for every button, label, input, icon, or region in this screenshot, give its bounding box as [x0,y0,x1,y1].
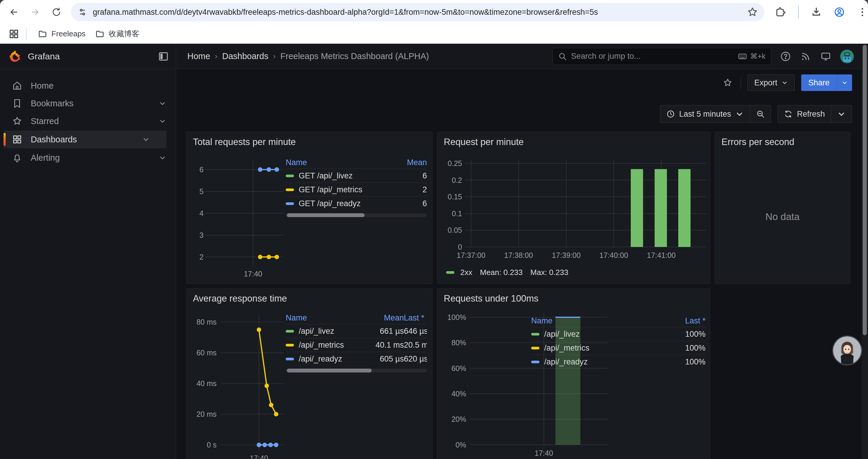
panel-title[interactable]: Total requests per minute [193,137,296,147]
sidebar-item-alerting[interactable]: Alerting [0,149,176,167]
chart-plot[interactable] [221,316,284,451]
user-avatar[interactable] [840,50,854,63]
y-axis-labels: 65432 [191,160,204,267]
scrollbar-thumb[interactable] [863,45,867,335]
site-settings-icon[interactable] [78,7,88,17]
series-name: /api/_metrics [544,343,589,353]
y-tick-label: 0 s [207,441,217,449]
share-button[interactable]: Share [801,74,852,91]
x-tick-label: 17:41:00 [647,251,676,260]
chart-plot[interactable] [465,160,706,247]
export-button[interactable]: Export [747,74,795,91]
sidebar-item-home[interactable]: Home [0,77,176,95]
search-input[interactable]: Search or jump to... ⌘+k [553,48,771,65]
chevron-down-icon[interactable] [159,117,166,125]
panel-title[interactable]: Requests under 100ms [444,293,538,304]
time-range-picker[interactable]: Last 5 minutes [660,105,750,123]
toolbar-divider [798,6,799,19]
chevron-down-icon[interactable] [159,100,166,107]
legend-row[interactable]: /api/_readyz100% [531,355,706,369]
news-rss-icon[interactable] [800,51,811,62]
sidebar-toggle-icon[interactable] [157,51,169,62]
sidebar-item-starred[interactable]: Starred [0,112,176,130]
extensions-icon[interactable] [775,6,786,18]
legend-scrollbar[interactable] [286,369,427,372]
panel-title[interactable]: Request per minute [444,137,524,147]
floating-assistant-avatar[interactable] [833,336,861,364]
chevron-down-icon[interactable] [142,136,150,143]
legend-row[interactable]: GET /api/_livez6 [286,169,427,183]
browser-window: grafana.mathmast.com/d/deytv4rwavabkb/fr… [0,0,868,459]
breadcrumb-home[interactable]: Home [187,52,210,61]
legend-row[interactable]: /api/_livez661 µs646 µs [286,324,427,338]
chevron-down-icon[interactable] [159,154,166,162]
series-name: /api/_livez [544,330,580,339]
y-tick-label: 40 ms [196,379,217,388]
y-tick-label: 60% [452,364,466,372]
bookmark-folder-blogs[interactable]: 收藏博客 [90,26,144,41]
x-tick-label: 17:40 [250,454,268,459]
refresh-interval-button[interactable] [831,105,852,123]
legend-column-header[interactable]: Mean [392,158,427,167]
legend-row[interactable]: GET /api/_metrics2 [286,183,427,196]
chart-plot[interactable] [205,160,284,267]
refresh-button[interactable]: Refresh [778,105,831,123]
breadcrumb-separator: › [215,52,217,61]
series-name[interactable]: 2xx [460,268,472,277]
profile-icon[interactable] [834,6,845,18]
y-tick-label: 0 [458,243,462,251]
x-tick-label: 17:37:00 [457,251,486,260]
reload-button[interactable] [50,5,63,19]
series-max: Max: 0.233 [530,268,568,277]
panel-title[interactable]: Average response time [193,293,287,304]
legend-row[interactable]: /api/_metrics40.1 ms20.5 ms [286,338,427,352]
url-bar[interactable]: grafana.mathmast.com/d/deytv4rwavabkb/fr… [71,3,764,21]
display-icon[interactable] [820,51,831,62]
downloads-icon[interactable] [811,6,822,18]
legend-scrollbar-thumb[interactable] [287,213,365,217]
time-controls: Last 5 minutes Refresh [660,105,852,123]
zoom-out-button[interactable] [750,105,771,123]
legend-column-header[interactable]: Mean [356,314,404,323]
breadcrumb-dashboards[interactable]: Dashboards [222,52,268,61]
refresh-icon [784,109,793,119]
series-value: 661 µs [356,327,404,336]
page-scrollbar [862,44,868,459]
bookmark-star-icon[interactable] [747,6,758,18]
series-legend[interactable]: 2xx Mean: 0.233 Max: 0.233 [446,268,568,277]
sidebar-item-bookmarks[interactable]: Bookmarks [0,95,176,112]
bookmark-folder-freeleaps[interactable]: Freeleaps [33,27,90,41]
legend-table[interactable]: NameMeanLast */api/_livez661 µs646 µs/ap… [286,312,427,372]
back-button[interactable] [7,5,21,19]
legend-row[interactable]: /api/_readyz605 µs620 µs [286,352,427,366]
legend-row[interactable]: GET /api/_readyz6 [286,196,427,210]
series-value: 6 [392,199,427,208]
help-icon[interactable] [780,51,791,62]
legend-row[interactable]: /api/_livez100% [531,327,706,341]
legend-row[interactable]: /api/_metrics100% [531,341,706,355]
chevron-down-icon [781,79,788,86]
dashboards-grid-icon [12,134,23,145]
y-axis-labels: 80 ms60 ms40 ms20 ms0 s [188,316,217,451]
share-menu-button[interactable] [837,74,852,91]
no-data-message: No data [715,132,850,284]
series-value: 40.1 ms [356,340,404,350]
export-label: Export [754,78,777,88]
url-text[interactable]: grafana.mathmast.com/d/deytv4rwavabkb/fr… [93,8,747,17]
legend-scrollbar-thumb[interactable] [287,369,372,372]
legend-column-header[interactable]: Last * [661,316,706,326]
panels-grid: Total requests per minute 65432 17:40 Na… [186,132,850,459]
menu-kebab-icon[interactable] [857,6,868,18]
apps-grid-icon[interactable] [8,28,20,40]
browser-actions [775,6,868,19]
legend-table[interactable]: NameLast */api/_livez100%/api/_metrics10… [531,315,706,369]
sidebar-item-dashboards[interactable]: Dashboards [4,131,166,148]
legend-scrollbar[interactable] [286,213,427,217]
legend-column-header[interactable]: Last * [404,314,427,323]
legend-table[interactable]: NameMeanGET /api/_livez6GET /api/_metric… [286,156,427,217]
favorite-dashboard-button[interactable] [721,76,734,89]
forward-button[interactable] [28,5,42,19]
chevron-down-icon [837,109,846,119]
series-value: 6 [392,171,427,181]
x-axis-labels: 17:40 [221,454,284,459]
